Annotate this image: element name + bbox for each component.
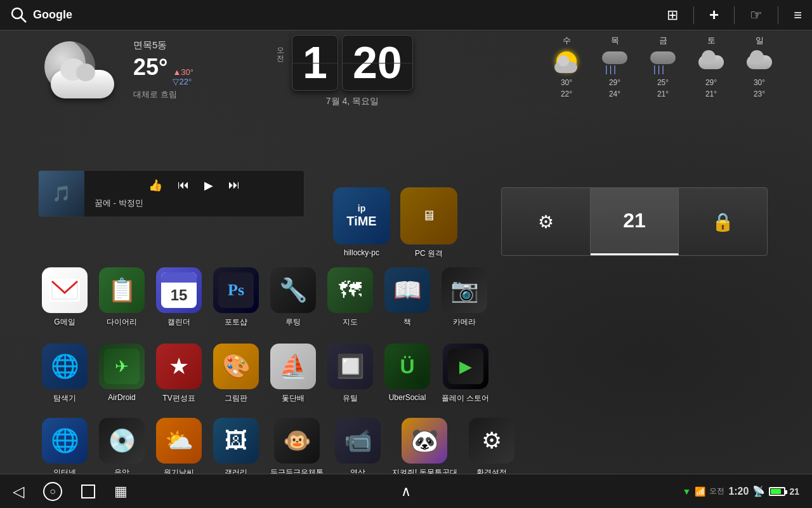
app-icon-internet: 🌐 (42, 418, 88, 464)
status-bar: ▼ 📶 오전 1:20 📡 21 (683, 485, 799, 497)
app-row-2: 🌐 탐색기 ✈ AirDroid ★ TV편성표 🎨 그림판 ⛵ 돛단배 (38, 340, 493, 408)
app-airdroid[interactable]: ✈ AirDroid (95, 340, 148, 408)
menu-icon[interactable]: ≡ (794, 7, 802, 23)
widget-panel: ⚙ 21 🔒 (501, 187, 768, 256)
music-player: 👍 ⏮ ▶ ⏭ 꿈에 - 박정민 (38, 170, 304, 217)
app-game1[interactable]: 🐵 두근두근우체통 (266, 414, 327, 482)
app-label-browser: 탐색기 (53, 393, 76, 404)
app-tv[interactable]: ★ TV편성표 (152, 340, 206, 408)
app-icon-gmail (42, 267, 88, 313)
app-label-calendar: 캘린더 (167, 317, 190, 328)
top-apps: ipTiME hillocky-pc 🖥 PC 원격 (333, 187, 457, 259)
forecast-day-name: 금 (659, 35, 667, 46)
app-icon-browser: 🌐 (42, 344, 88, 389)
forecast-day-name: 일 (756, 35, 764, 46)
app-label-sailfish: 돛단배 (282, 393, 304, 404)
app-icon-routing: 🔧 (270, 267, 316, 313)
app-map[interactable]: 🗺 지도 (324, 264, 377, 331)
play-button[interactable]: ▶ (204, 178, 213, 192)
weather-info: 면목5동 25° ▲30° ▽22° 대체로 흐림 (133, 39, 193, 100)
wifi-icon: 📡 (752, 485, 765, 497)
temp-range: ▲30° ▽22° (173, 67, 193, 86)
app-icon-ubersocial: Ü (384, 344, 430, 389)
app-browser[interactable]: 🌐 탐색기 (38, 340, 91, 408)
app-diary[interactable]: 📋 다이어리 (95, 264, 148, 331)
widget-tab-lock[interactable]: 🔒 (679, 188, 767, 255)
clock-date: 7월 4, 목요일 (326, 96, 379, 107)
app-music[interactable]: 💿 음악 (95, 414, 148, 482)
app-icon-tv: ★ (156, 344, 202, 389)
app-calendar[interactable]: 15 캘린더 (152, 264, 206, 331)
add-icon[interactable]: + (709, 5, 719, 25)
app-icon-paint: 🎨 (213, 344, 259, 389)
next-button[interactable]: ⏭ (228, 178, 240, 192)
temperature: 25° (133, 54, 167, 81)
app-playstore[interactable]: ▶ 플레이 스토어 (438, 340, 493, 408)
app-internet[interactable]: 🌐 인터넷 (38, 414, 91, 482)
forecast-temps: 29°21° (705, 77, 717, 100)
google-search[interactable]: Google (10, 6, 72, 24)
home-button[interactable]: ○ (43, 482, 62, 501)
app-icon-airdroid: ✈ (99, 344, 145, 389)
back-button[interactable]: ◁ (13, 483, 24, 500)
app-hillocky[interactable]: ipTiME hillocky-pc (333, 187, 390, 259)
clock-minute: 20 (353, 38, 402, 88)
settings-icon: ⚙ (538, 211, 554, 232)
forecast-temps: 29°24° (609, 77, 620, 100)
app-sailfish[interactable]: ⛵ 돛단배 (266, 340, 320, 408)
app-icon-game2: 🐼 (402, 418, 447, 464)
bottom-center: ∧ (401, 483, 411, 500)
battery-icon (769, 487, 785, 496)
app-icon-game1: 🐵 (274, 418, 320, 464)
app-label-diary: 다이어리 (107, 317, 137, 328)
like-button[interactable]: 👍 (148, 178, 162, 192)
app-book[interactable]: 📖 책 (381, 264, 434, 331)
app-util[interactable]: 🔲 유틸 (324, 340, 377, 408)
widget-tab-calendar[interactable]: 21 (591, 188, 679, 255)
app-icon-weather: ⛅ (156, 418, 202, 464)
app-icon-gallery: 🖼 (213, 418, 259, 464)
svg-point-0 (12, 8, 22, 18)
app-pc-remote-label: PC 원격 (415, 248, 443, 259)
cursor-icon[interactable]: ☞ (750, 7, 763, 23)
app-paint[interactable]: 🎨 그림판 (209, 340, 263, 408)
top-bar: Google ⊞ + ☞ ≡ (0, 0, 812, 30)
app-video[interactable]: 📹 영상 (331, 414, 384, 482)
app-camera[interactable]: 📷 카메라 (438, 264, 491, 331)
app-label-airdroid: AirDroid (108, 393, 135, 402)
widget-tab-settings[interactable]: ⚙ (502, 188, 591, 255)
prev-button[interactable]: ⏮ (178, 178, 189, 192)
app-weather[interactable]: ⛅ 원기날씨 (152, 414, 206, 482)
forecast-day-목: 목 ||| 29°24° (600, 35, 629, 100)
svg-line-1 (21, 17, 26, 22)
flip-card-minute: 20 (342, 35, 413, 91)
nav-buttons: ◁ ○ ▦ (13, 482, 128, 501)
music-controls: 👍 ⏮ ▶ ⏭ 꿈에 - 박정민 (84, 173, 304, 214)
grid-icon[interactable]: ⊞ (667, 7, 678, 23)
app-photoshop[interactable]: Ps 포토샵 (209, 264, 263, 331)
status-time: 1:20 (728, 486, 749, 497)
weather-desc: 대체로 흐림 (133, 89, 193, 100)
qr-button[interactable]: ▦ (114, 483, 128, 500)
forecast-day-수: 수 30°22° (552, 35, 581, 100)
app-label-book: 책 (403, 317, 411, 328)
app-game2[interactable]: 🐼 지켜줘! 동물특공대 (388, 414, 461, 482)
recent-button[interactable] (81, 485, 95, 498)
forecast-temps: 30°23° (754, 77, 765, 100)
app-gmail[interactable]: G메일 (38, 264, 91, 331)
app-settings[interactable]: ⚙ 환경설정 (465, 414, 518, 482)
wifi-down-icon: ▼ (683, 486, 691, 497)
app-label-camera: 카메라 (453, 317, 476, 328)
app-gallery[interactable]: 🖼 갤러리 (209, 414, 263, 482)
up-arrow[interactable]: ∧ (401, 483, 411, 499)
app-pc-remote[interactable]: 🖥 PC 원격 (400, 187, 457, 259)
calendar-icon: 21 (623, 209, 646, 232)
app-routing[interactable]: 🔧 루팅 (266, 264, 320, 331)
app-ubersocial[interactable]: Ü UberSocial (381, 340, 434, 408)
app-icon-settings: ⚙ (469, 418, 514, 464)
app-icon-music: 💿 (99, 418, 145, 464)
app-icon-playstore: ▶ (443, 344, 488, 389)
top-right-icons: ⊞ + ☞ ≡ (667, 5, 802, 25)
temp-high: ▲30° (173, 67, 193, 77)
app-label-routing: 루팅 (285, 317, 301, 328)
